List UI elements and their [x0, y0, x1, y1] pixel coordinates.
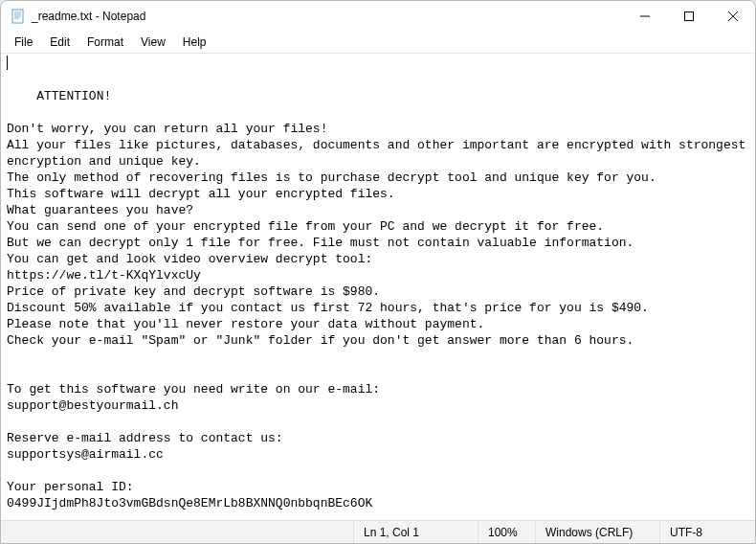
- menubar: File Edit Format View Help: [1, 32, 755, 53]
- window-controls: [623, 1, 755, 32]
- menu-edit[interactable]: Edit: [42, 34, 78, 51]
- menu-file[interactable]: File: [7, 34, 40, 51]
- menu-view[interactable]: View: [133, 34, 173, 51]
- status-spacer: [1, 521, 353, 543]
- document-text: ATTENTION! Don't worry, you can return a…: [7, 89, 753, 510]
- notepad-window: _readme.txt - Notepad File Edit Format V…: [0, 0, 756, 544]
- statusbar: Ln 1, Col 1 100% Windows (CRLF) UTF-8: [1, 520, 755, 543]
- notepad-icon: [11, 9, 26, 24]
- text-caret: [7, 56, 8, 70]
- status-lineending: Windows (CRLF): [535, 521, 659, 543]
- status-zoom: 100%: [478, 521, 535, 543]
- text-area[interactable]: ATTENTION! Don't worry, you can return a…: [1, 53, 755, 520]
- menu-format[interactable]: Format: [79, 34, 131, 51]
- maximize-button[interactable]: [667, 1, 711, 32]
- status-position: Ln 1, Col 1: [353, 521, 478, 543]
- svg-rect-6: [685, 12, 694, 21]
- minimize-button[interactable]: [623, 1, 667, 32]
- status-encoding: UTF-8: [659, 521, 755, 543]
- window-title: _readme.txt - Notepad: [32, 10, 145, 23]
- titlebar-left: _readme.txt - Notepad: [1, 9, 145, 24]
- titlebar: _readme.txt - Notepad: [1, 1, 755, 32]
- close-button[interactable]: [711, 1, 755, 32]
- menu-help[interactable]: Help: [175, 34, 214, 51]
